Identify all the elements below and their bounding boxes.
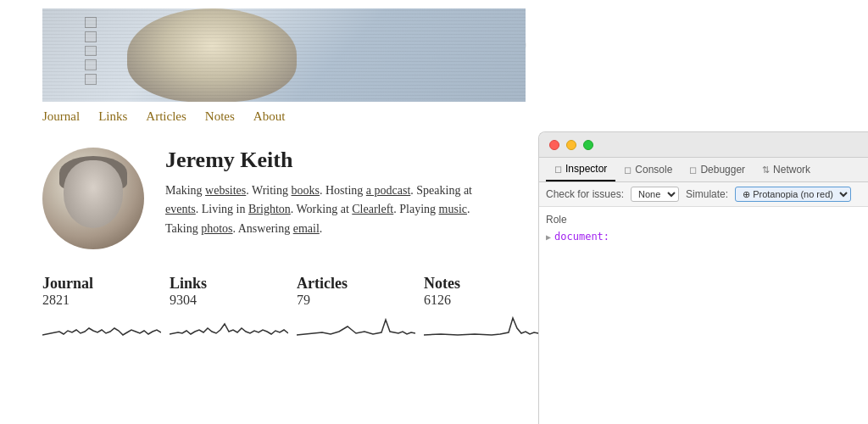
- network-icon: ⇅: [762, 165, 770, 176]
- profile-section: Jeremy Keith Making websites. Writing bo…: [0, 131, 534, 266]
- banner-overlay: [42, 8, 526, 102]
- simulate-select[interactable]: ⊕ Protanopia (no red): [735, 187, 851, 202]
- stat-journal-count: 2821: [42, 293, 161, 308]
- inspector-icon: ◻: [554, 164, 562, 175]
- link-email[interactable]: email: [293, 222, 320, 235]
- stat-links-chart: [170, 311, 288, 341]
- nav-journal[interactable]: Journal: [42, 109, 80, 123]
- nav-articles[interactable]: Articles: [146, 109, 186, 123]
- stat-notes: Notes 6126: [424, 275, 542, 341]
- stat-journal-chart: [42, 311, 161, 341]
- role-label: Role: [546, 214, 861, 226]
- header-banner: [42, 8, 526, 102]
- devtools-tabs: ◻ Inspector ◻ Console ◻ Debugger ⇅ Netwo…: [539, 158, 868, 182]
- tab-network[interactable]: ⇅ Network: [754, 158, 819, 181]
- site-navigation: Journal Links Articles Notes About: [0, 102, 534, 131]
- tab-debugger[interactable]: ◻ Debugger: [681, 158, 754, 181]
- devtools-toolbar: Check for issues: None Simulate: ⊕ Prota…: [539, 182, 868, 207]
- stat-articles: Articles 79: [297, 275, 415, 341]
- website-content: adactio Journal Links Articles Notes Abo…: [0, 0, 534, 424]
- debugger-icon: ◻: [689, 165, 697, 176]
- stat-notes-chart: [424, 311, 542, 341]
- avatar-face: [64, 160, 123, 228]
- devtools-titlebar: [539, 132, 868, 158]
- profile-bio: Making websites. Writing books. Hosting …: [165, 181, 492, 238]
- console-icon: ◻: [624, 165, 632, 176]
- stat-links: Links 9304: [170, 275, 288, 341]
- simulate-label: Simulate:: [686, 188, 728, 200]
- site-header: adactio Journal Links Articles Notes Abo…: [0, 8, 534, 131]
- stats-section: Journal 2821 Links 9304 Articles 79: [0, 266, 534, 349]
- avatar: [42, 148, 144, 249]
- link-websites[interactable]: websites: [205, 184, 246, 197]
- nav-links[interactable]: Links: [98, 109, 127, 123]
- tab-console-label: Console: [635, 164, 672, 176]
- link-music[interactable]: music: [439, 203, 467, 215]
- stat-notes-count: 6126: [424, 293, 542, 308]
- tree-document-label: document:: [554, 231, 609, 243]
- tab-console[interactable]: ◻ Console: [615, 158, 681, 181]
- nav-about[interactable]: About: [253, 109, 286, 123]
- profile-text: Jeremy Keith Making websites. Writing bo…: [165, 148, 492, 238]
- devtools-content: Role ▶ document:: [539, 207, 868, 424]
- link-books[interactable]: books: [292, 184, 320, 197]
- check-issues-select[interactable]: None: [631, 187, 679, 202]
- link-brighton[interactable]: Brighton: [248, 203, 291, 215]
- link-photos[interactable]: photos: [201, 222, 232, 235]
- stat-articles-title: Articles: [297, 275, 415, 293]
- link-events[interactable]: events: [165, 203, 196, 215]
- tree-arrow-icon: ▶: [546, 232, 551, 242]
- stat-links-title: Links: [170, 275, 288, 293]
- tab-network-label: Network: [773, 164, 810, 176]
- stat-journal-title: Journal: [42, 275, 161, 293]
- window-maximize-button[interactable]: [583, 140, 593, 150]
- window-minimize-button[interactable]: [566, 140, 576, 150]
- window-close-button[interactable]: [549, 140, 559, 150]
- stat-journal: Journal 2821: [42, 275, 161, 341]
- link-clearleft[interactable]: Clearleft: [352, 203, 393, 215]
- stat-articles-count: 79: [297, 293, 415, 308]
- tab-debugger-label: Debugger: [700, 164, 745, 176]
- devtools-panel: ◻ Inspector ◻ Console ◻ Debugger ⇅ Netwo…: [538, 131, 868, 424]
- nav-notes[interactable]: Notes: [205, 109, 235, 123]
- profile-name: Jeremy Keith: [165, 148, 492, 173]
- check-issues-label: Check for issues:: [546, 188, 624, 200]
- tree-document[interactable]: ▶ document:: [546, 231, 861, 243]
- stat-articles-chart: [297, 311, 415, 341]
- stat-notes-title: Notes: [424, 275, 542, 293]
- tab-inspector-label: Inspector: [565, 163, 607, 175]
- link-podcast[interactable]: a podcast: [366, 184, 410, 197]
- stat-links-count: 9304: [170, 293, 288, 308]
- tab-inspector[interactable]: ◻ Inspector: [546, 158, 615, 181]
